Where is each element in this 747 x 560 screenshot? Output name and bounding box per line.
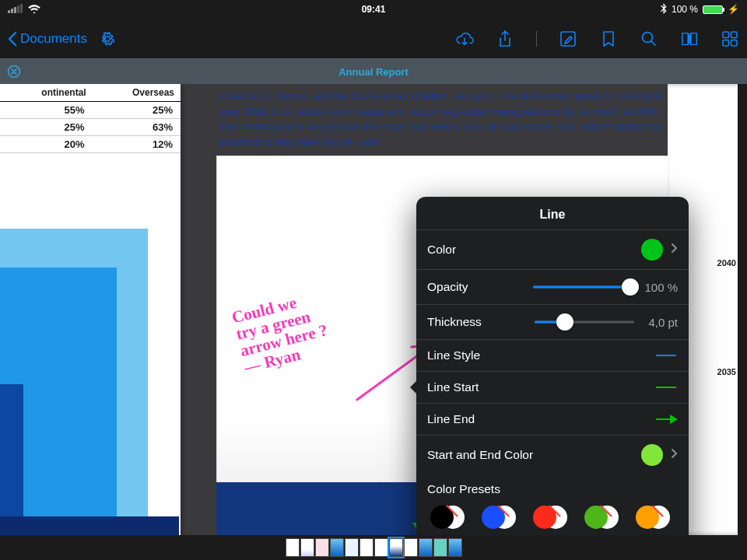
thumbnails-icon[interactable] (721, 30, 739, 48)
ink-handwriting[interactable]: Could we try a green arrow here ? — Ryan (230, 267, 421, 376)
page-left[interactable]: ontinental Overseas 55%25% 25%63% 20%12% (0, 84, 181, 535)
nav-separator (536, 31, 537, 47)
page-thumbnail[interactable] (404, 538, 418, 557)
svg-rect-3 (731, 32, 738, 38)
chevron-right-icon (671, 243, 678, 257)
color-presets (416, 498, 689, 535)
row-label: Thickness (427, 315, 527, 329)
page-thumbnail[interactable] (300, 538, 314, 557)
page-thumbnail[interactable] (286, 538, 300, 557)
thickness-slider[interactable] (535, 313, 634, 331)
annotation-bar: Annual Report (0, 59, 747, 84)
axis-tick: 2040 (717, 258, 736, 268)
bluetooth-icon (661, 3, 667, 16)
bookmark-icon[interactable] (599, 30, 618, 48)
row-label: Color (427, 243, 633, 257)
table-row: 25%63% (0, 119, 181, 136)
document-title: Annual Report (28, 66, 719, 78)
start-end-color-swatch (641, 444, 663, 466)
row-label: Opacity (427, 280, 525, 294)
row-thickness: Thickness 4,0 pt (416, 304, 689, 339)
line-end-preview-icon (656, 415, 678, 424)
popover-arrow-icon (410, 380, 418, 395)
row-color[interactable]: Color (416, 229, 689, 269)
popover-title: Line (416, 197, 689, 229)
page-thumbnail[interactable] (330, 538, 344, 557)
bar-chart-graphic (0, 235, 181, 535)
axis-tick: 2035 (717, 367, 736, 376)
page-thumbnail[interactable] (389, 538, 403, 557)
svg-rect-5 (731, 40, 738, 46)
svg-rect-4 (723, 40, 729, 46)
opacity-slider[interactable] (533, 278, 631, 296)
outline-view-icon[interactable] (680, 30, 699, 48)
cloud-download-icon[interactable] (455, 30, 474, 48)
page-thumbnail[interactable] (448, 538, 462, 557)
color-preset[interactable] (430, 506, 465, 530)
row-opacity: Opacity 100 % (416, 269, 689, 304)
thumbnail-scrubber[interactable] (0, 535, 747, 560)
share-icon[interactable] (496, 30, 514, 48)
color-preset[interactable] (584, 506, 619, 530)
row-label: Line Style (427, 348, 648, 362)
table-row: 20%12% (0, 136, 181, 153)
line-style-preview-icon (656, 355, 678, 356)
thickness-value: 4,0 pt (648, 316, 678, 329)
edit-annotate-icon[interactable] (559, 30, 577, 48)
chevron-right-icon (671, 448, 678, 462)
back-button[interactable]: Documents (8, 31, 87, 47)
page-thumbnail[interactable] (315, 538, 329, 557)
wifi-icon (28, 4, 40, 16)
color-preset[interactable] (636, 506, 670, 530)
color-swatch (641, 239, 663, 261)
row-label: Line End (427, 412, 648, 426)
battery-icon (703, 5, 723, 14)
close-annotation-icon[interactable] (5, 62, 23, 81)
color-preset[interactable] (482, 506, 516, 530)
row-label: Start and End Color (427, 448, 633, 462)
charging-icon: ⚡ (728, 4, 739, 15)
table-row: 55%25% (0, 102, 181, 119)
back-label: Documents (20, 31, 87, 47)
data-table: ontinental Overseas 55%25% 25%63% 20%12% (0, 84, 181, 153)
row-label: Line Start (427, 380, 648, 394)
line-start-preview-icon (656, 387, 678, 388)
presets-heading: Color Presets (416, 474, 689, 498)
table-header: Overseas (93, 84, 181, 102)
row-line-style[interactable]: Line Style (416, 339, 689, 371)
search-icon[interactable] (640, 30, 658, 48)
page-thumbnail[interactable] (419, 538, 433, 557)
status-bar: 09:41 100 % ⚡ (0, 0, 747, 19)
page-thumbnail[interactable] (345, 538, 359, 557)
page-thumbnail[interactable] (374, 538, 388, 557)
opacity-value: 100 % (644, 281, 678, 294)
row-line-start[interactable]: Line Start (416, 371, 689, 403)
body-paragraph: mited to our future, and the future of o… (215, 84, 674, 156)
color-preset[interactable] (533, 506, 567, 530)
document-canvas[interactable]: ontinental Overseas 55%25% 25%63% 20%12%… (0, 84, 747, 535)
page-thumbnail[interactable] (359, 538, 374, 557)
cell-signal-icon (8, 4, 23, 16)
page-thumbnail[interactable] (433, 538, 447, 557)
row-line-end[interactable]: Line End (416, 403, 689, 435)
gear-icon[interactable] (98, 30, 117, 48)
line-properties-popover: Line Color Opacity 100 % Thickness 4,0 p… (416, 197, 689, 535)
nav-bar: Documents (0, 19, 747, 59)
row-start-end-color[interactable]: Start and End Color (416, 435, 689, 474)
table-header: ontinental (0, 84, 93, 102)
svg-rect-2 (723, 32, 729, 38)
battery-percent: 100 % (672, 4, 698, 15)
status-clock: 09:41 (247, 4, 500, 15)
